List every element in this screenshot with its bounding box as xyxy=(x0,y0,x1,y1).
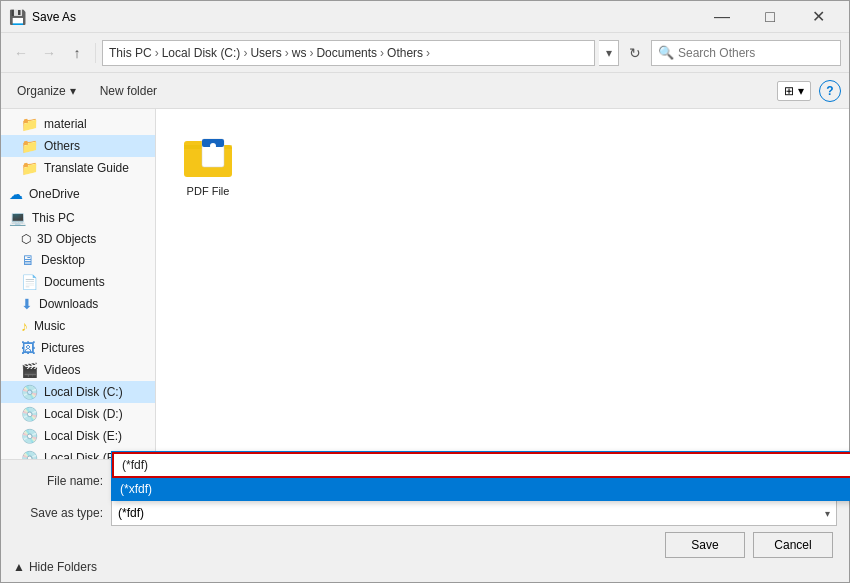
sidebar-item-music-label: Music xyxy=(34,319,65,333)
desktop-icon: 🖥 xyxy=(21,252,35,268)
nav-separator xyxy=(95,43,96,63)
breadcrumb-thispc: This PC xyxy=(109,46,152,60)
sidebar-item-local-disk-f-label: Local Disk (F:) xyxy=(44,451,121,459)
sidebar-item-documents-label: Documents xyxy=(44,275,105,289)
docs-icon: 📄 xyxy=(21,274,38,290)
content-area: 📁 material 📁 Others 📁 Translate Guide ☁ … xyxy=(1,109,849,459)
sidebar-item-others[interactable]: 📁 Others xyxy=(1,135,155,157)
sidebar-item-music[interactable]: ♪ Music xyxy=(1,315,155,337)
folder-icon: 📁 xyxy=(21,116,38,132)
pdf-folder-icon xyxy=(182,129,234,181)
drive-icon: 💿 xyxy=(21,384,38,400)
sidebar-item-local-disk-e-label: Local Disk (E:) xyxy=(44,429,122,443)
sidebar-item-local-disk-d[interactable]: 💿 Local Disk (D:) xyxy=(1,403,155,425)
filetype-option-fdf[interactable]: (*fdf) xyxy=(112,452,850,478)
filetype-dropdown: (*fdf) (*xfdf) xyxy=(111,451,850,501)
back-button[interactable]: ← xyxy=(9,41,33,65)
sidebar-item-others-label: Others xyxy=(44,139,80,153)
drive-icon: 💿 xyxy=(21,406,38,422)
breadcrumb-localdisk: Local Disk (C:) xyxy=(162,46,241,60)
sidebar-item-desktop-label: Desktop xyxy=(41,253,85,267)
address-bar[interactable]: This PC › Local Disk (C:) › Users › ws ›… xyxy=(102,40,595,66)
filetype-dropdown-icon: ▾ xyxy=(825,508,830,519)
sidebar-item-material-label: material xyxy=(44,117,87,131)
new-folder-label: New folder xyxy=(100,84,157,98)
hide-folders-row: ▲ Hide Folders xyxy=(13,560,837,574)
sidebar-item-translate-guide-label: Translate Guide xyxy=(44,161,129,175)
sidebar-item-pictures-label: Pictures xyxy=(41,341,84,355)
toolbar: ← → ↑ This PC › Local Disk (C:) › Users … xyxy=(1,33,849,73)
filetype-row: Save as type: (*fdf) ▾ (*fdf) (*xfdf) xyxy=(13,500,837,526)
video-icon: 🎬 xyxy=(21,362,38,378)
breadcrumb-ws: ws xyxy=(292,46,307,60)
drive-icon: 💿 xyxy=(21,450,38,459)
sidebar-item-translate-guide[interactable]: 📁 Translate Guide xyxy=(1,157,155,179)
filetype-value: (*fdf) xyxy=(118,506,144,520)
drive-icon: 💿 xyxy=(21,428,38,444)
minimize-button[interactable]: — xyxy=(699,1,745,33)
hide-folders-button[interactable]: ▲ Hide Folders xyxy=(13,560,97,574)
new-folder-button[interactable]: New folder xyxy=(92,81,165,101)
sidebar-item-3d-objects-label: 3D Objects xyxy=(37,232,96,246)
filetype-option-xfdf[interactable]: (*xfdf) xyxy=(112,478,850,500)
sidebar-item-this-pc[interactable]: 💻 This PC xyxy=(1,207,155,229)
cube-icon: ⬡ xyxy=(21,232,31,246)
sidebar-item-desktop[interactable]: 🖥 Desktop xyxy=(1,249,155,271)
sidebar-item-local-disk-e[interactable]: 💿 Local Disk (E:) xyxy=(1,425,155,447)
bottom-area: File name: ▾ Save as type: (*fdf) ▾ (*fd… xyxy=(1,459,849,582)
save-button[interactable]: Save xyxy=(665,532,745,558)
dialog-icon: 💾 xyxy=(9,9,26,25)
maximize-button[interactable]: □ xyxy=(747,1,793,33)
sidebar-item-pictures[interactable]: 🖼 Pictures xyxy=(1,337,155,359)
sidebar-item-videos[interactable]: 🎬 Videos xyxy=(1,359,155,381)
sidebar-item-onedrive-label: OneDrive xyxy=(29,187,80,201)
button-row: Save Cancel xyxy=(13,532,837,558)
sidebar-item-local-disk-c[interactable]: 💿 Local Disk (C:) xyxy=(1,381,155,403)
forward-button[interactable]: → xyxy=(37,41,61,65)
view-button[interactable]: ⊞ ▾ xyxy=(777,81,811,101)
folder-icon: 📁 xyxy=(21,138,38,154)
picture-icon: 🖼 xyxy=(21,340,35,356)
organize-arrow-icon: ▾ xyxy=(70,84,76,98)
sidebar-item-material[interactable]: 📁 material xyxy=(1,113,155,135)
refresh-button[interactable]: ↻ xyxy=(623,41,647,65)
breadcrumb-documents: Documents xyxy=(316,46,377,60)
main-content: PDF File xyxy=(156,109,849,459)
music-icon: ♪ xyxy=(21,318,28,334)
breadcrumb-users: Users xyxy=(250,46,281,60)
folder-icon: 📁 xyxy=(21,160,38,176)
search-icon: 🔍 xyxy=(658,45,674,60)
hide-folders-label: Hide Folders xyxy=(29,560,97,574)
filetype-label: Save as type: xyxy=(13,506,103,520)
sidebar-item-onedrive[interactable]: ☁ OneDrive xyxy=(1,183,155,205)
sidebar-item-3d-objects[interactable]: ⬡ 3D Objects xyxy=(1,229,155,249)
sidebar-item-documents[interactable]: 📄 Documents xyxy=(1,271,155,293)
svg-point-5 xyxy=(210,143,216,149)
sidebar-item-downloads-label: Downloads xyxy=(39,297,98,311)
save-as-dialog: 💾 Save As — □ ✕ ← → ↑ This PC › Local Di… xyxy=(0,0,850,583)
onedrive-icon: ☁ xyxy=(9,186,23,202)
search-input[interactable] xyxy=(678,46,834,60)
help-button[interactable]: ? xyxy=(819,80,841,102)
pc-icon: 💻 xyxy=(9,210,26,226)
breadcrumb-others: Others xyxy=(387,46,423,60)
sidebar-item-local-disk-d-label: Local Disk (D:) xyxy=(44,407,123,421)
download-icon: ⬇ xyxy=(21,296,33,312)
up-button[interactable]: ↑ xyxy=(65,41,89,65)
cancel-button[interactable]: Cancel xyxy=(753,532,833,558)
title-bar: 💾 Save As — □ ✕ xyxy=(1,1,849,33)
filename-label: File name: xyxy=(13,474,103,488)
sidebar-item-videos-label: Videos xyxy=(44,363,80,377)
dialog-title: Save As xyxy=(32,10,699,24)
search-box[interactable]: 🔍 xyxy=(651,40,841,66)
organize-button[interactable]: Organize ▾ xyxy=(9,81,84,101)
file-item-pdf-label: PDF File xyxy=(187,185,230,197)
sidebar: 📁 material 📁 Others 📁 Translate Guide ☁ … xyxy=(1,109,156,459)
close-button[interactable]: ✕ xyxy=(795,1,841,33)
view-arrow-icon: ▾ xyxy=(798,84,804,98)
organize-label: Organize xyxy=(17,84,66,98)
address-dropdown[interactable]: ▾ xyxy=(599,40,619,66)
filetype-select[interactable]: (*fdf) ▾ (*fdf) (*xfdf) xyxy=(111,500,837,526)
file-item-pdf[interactable]: PDF File xyxy=(168,121,248,205)
sidebar-item-downloads[interactable]: ⬇ Downloads xyxy=(1,293,155,315)
